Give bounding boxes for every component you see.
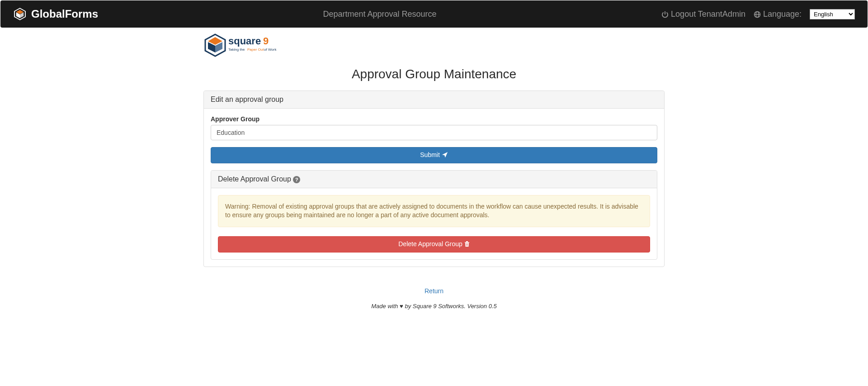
svg-text:Taking the: Taking the xyxy=(228,48,245,52)
square9-logo: square 9 Taking the Paper Out of Work xyxy=(203,33,286,57)
help-icon[interactable]: ? xyxy=(293,176,300,183)
approver-group-input[interactable] xyxy=(211,125,657,140)
language-label: Language: xyxy=(763,10,802,19)
brand-logo-icon xyxy=(13,7,27,21)
svg-rect-18 xyxy=(466,243,467,246)
edit-panel: Edit an approval group Approver Group Su… xyxy=(203,91,665,267)
navbar-right: Logout TenantAdmin Language: English xyxy=(661,9,855,19)
footer-credits: Made with ♥ by Square 9 Softworks. Versi… xyxy=(203,303,665,310)
delete-label: Delete Approval Group xyxy=(398,240,462,248)
delete-panel: Delete Approval Group ? Warning: Removal… xyxy=(211,170,657,260)
svg-text:square: square xyxy=(228,35,261,47)
submit-label: Submit xyxy=(420,151,440,158)
svg-rect-16 xyxy=(465,242,469,243)
svg-rect-19 xyxy=(467,243,468,246)
brand[interactable]: GlobalForms xyxy=(13,7,98,21)
brand-text: GlobalForms xyxy=(31,8,98,20)
main-container: square 9 Taking the Paper Out of Work Ap… xyxy=(203,28,665,328)
navbar: GlobalForms Department Approval Resource… xyxy=(0,0,868,28)
delete-panel-heading: Delete Approval Group ? xyxy=(211,171,657,188)
language-section: Language: xyxy=(754,10,802,19)
delete-panel-heading-text: Delete Approval Group xyxy=(218,175,291,183)
svg-text:9: 9 xyxy=(263,35,269,47)
language-select[interactable]: English xyxy=(810,9,855,19)
svg-text:Paper Out: Paper Out xyxy=(247,48,264,52)
warning-alert: Warning: Removal of existing approval gr… xyxy=(218,195,650,227)
logout-label: Logout TenantAdmin xyxy=(671,10,745,19)
trash-icon xyxy=(464,241,470,248)
svg-rect-17 xyxy=(466,241,468,242)
globe-icon xyxy=(754,11,761,18)
logout-link[interactable]: Logout TenantAdmin xyxy=(661,10,745,19)
delete-button[interactable]: Delete Approval Group xyxy=(218,236,650,253)
logo-section: square 9 Taking the Paper Out of Work xyxy=(203,33,665,61)
power-icon xyxy=(661,11,669,18)
approver-group-label: Approver Group xyxy=(211,115,657,123)
svg-text:of Work: of Work xyxy=(264,48,277,52)
page-title: Approval Group Maintenance xyxy=(203,67,665,81)
edit-panel-heading: Edit an approval group xyxy=(204,91,664,109)
return-link[interactable]: Return xyxy=(203,287,665,295)
paper-plane-icon xyxy=(442,152,448,159)
submit-button[interactable]: Submit xyxy=(211,147,657,163)
navbar-title: Department Approval Resource xyxy=(98,10,661,19)
